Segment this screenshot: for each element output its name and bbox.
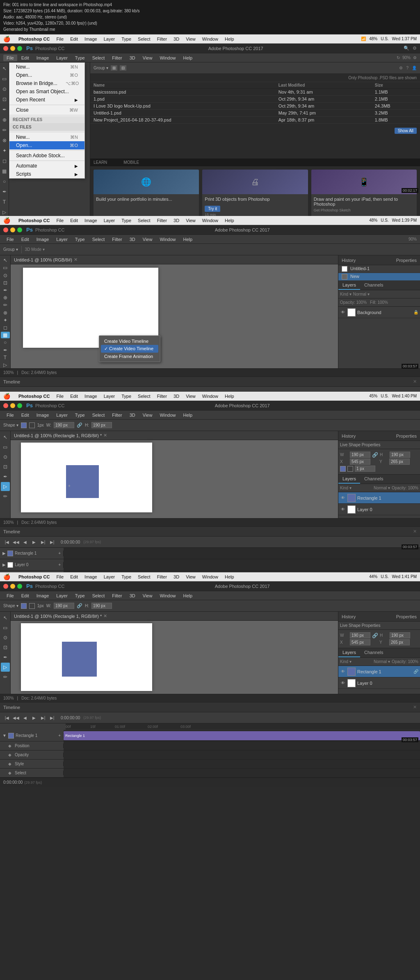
- ps-window-menu-4[interactable]: Window: [156, 592, 179, 599]
- help-menu-2[interactable]: Help: [225, 218, 234, 223]
- tool-crop-2[interactable]: ⊡: [1, 280, 10, 286]
- minimize-button-2[interactable]: [10, 227, 15, 232]
- tool-move[interactable]: ↖: [0, 64, 9, 73]
- tool-move-2[interactable]: ↖: [1, 257, 10, 264]
- edit-menu-2[interactable]: Edit: [70, 218, 78, 223]
- close-button-2[interactable]: [3, 227, 8, 232]
- tool-healing-2[interactable]: ⊕: [1, 294, 10, 301]
- 3d-menu-3[interactable]: 3D: [173, 394, 179, 399]
- tool-select-2[interactable]: ▭: [1, 264, 10, 271]
- tl-expand-rect-4[interactable]: ▼: [2, 733, 7, 738]
- tool-brush-2[interactable]: ✏: [1, 302, 10, 308]
- window-menu-1[interactable]: Window: [202, 37, 218, 41]
- image-menu-1[interactable]: Image: [84, 37, 97, 41]
- arrange-icon-2[interactable]: ⊟: [120, 65, 126, 71]
- popup-create-video[interactable]: Create Video Timeline: [101, 337, 158, 345]
- tool-history-2[interactable]: ✦: [1, 317, 10, 324]
- learn-card-3[interactable]: 📱 Draw and paint on your iPad, then send…: [311, 170, 417, 219]
- image-menu-4[interactable]: Image: [84, 574, 97, 579]
- ps-3d-menu-3[interactable]: 3D: [126, 412, 139, 418]
- w-input-3[interactable]: [54, 422, 74, 428]
- maximize-button-2[interactable]: [17, 227, 22, 232]
- tool-eraser[interactable]: ◻: [0, 156, 9, 165]
- search-icon-1[interactable]: 🔍: [404, 46, 409, 51]
- app-name-2[interactable]: Photoshop CC: [18, 218, 50, 223]
- ps-file-menu-4[interactable]: File: [3, 592, 17, 599]
- minimize-button-4[interactable]: [10, 584, 15, 589]
- tool-healing[interactable]: ⊕: [0, 115, 9, 124]
- app-name-3[interactable]: Photoshop CC: [18, 394, 50, 399]
- ps-filter-menu-3[interactable]: Filter: [109, 412, 125, 418]
- tl-track-add-3[interactable]: +: [58, 551, 61, 555]
- file-menu-4[interactable]: File: [56, 574, 64, 579]
- filter-menu-1[interactable]: Filter: [157, 37, 167, 41]
- ps-view-menu-4[interactable]: View: [139, 592, 156, 599]
- view-menu-2[interactable]: View: [186, 218, 196, 223]
- menu-automate[interactable]: Automate ▶: [9, 162, 84, 170]
- x-prop-input-4[interactable]: [350, 639, 370, 645]
- tl-fwd-frame-4[interactable]: ▶|: [39, 714, 47, 721]
- apple-menu-icon-3[interactable]: 🍎: [3, 393, 10, 399]
- file-menu-3[interactable]: File: [56, 394, 64, 399]
- layer-rect-4[interactable]: 👁 Rectangle 1 🔗: [338, 666, 420, 677]
- menu-open-smart[interactable]: Open as Smart Object...: [9, 87, 84, 96]
- close-doc-2[interactable]: ✕: [74, 257, 78, 262]
- menu-close[interactable]: Close ⌘W: [9, 106, 84, 114]
- tl-back-frame-4[interactable]: ◀: [21, 714, 29, 721]
- group-dropdown-1[interactable]: Group ▾: [94, 66, 108, 70]
- type-menu-3[interactable]: Type: [121, 394, 131, 399]
- tool-dodge[interactable]: ○: [0, 177, 9, 186]
- menu-new-2[interactable]: New... ⌘N: [9, 133, 84, 141]
- maximize-button-1[interactable]: [17, 46, 22, 51]
- tool-lasso-3[interactable]: ⊙: [1, 452, 10, 461]
- tool-eyedrop[interactable]: ✒: [0, 105, 9, 114]
- apple-menu-icon-2[interactable]: 🍎: [3, 217, 10, 224]
- ps-file-menu-2[interactable]: File: [3, 236, 17, 243]
- menu-open[interactable]: Open... ⌘O: [9, 71, 84, 79]
- tl-back-frame-3[interactable]: ◀: [21, 538, 29, 546]
- tool-gradient[interactable]: ▦: [0, 167, 9, 176]
- apple-menu-icon[interactable]: 🍎: [3, 36, 10, 42]
- image-menu-3[interactable]: Image: [84, 394, 97, 399]
- tl-play-4[interactable]: ▶: [30, 714, 38, 721]
- tl-begin-3[interactable]: |◀: [3, 538, 11, 546]
- link-prop-4[interactable]: 🔗: [372, 633, 378, 638]
- file-menu-2[interactable]: File: [56, 218, 64, 223]
- tool-rect-3[interactable]: ▭: [1, 443, 10, 452]
- tl-expand-layer-3[interactable]: ▶: [2, 562, 6, 567]
- tool-select[interactable]: ▭: [0, 74, 9, 83]
- close-button-3[interactable]: [3, 403, 8, 408]
- tab-layers-3[interactable]: Layers: [338, 475, 360, 484]
- ps-image-menu-2[interactable]: Image: [33, 236, 52, 243]
- ps-user-btn-1[interactable]: 👤: [412, 66, 417, 70]
- tab-channels-3[interactable]: Channels: [360, 475, 387, 484]
- ps-window-menu-1[interactable]: Window: [156, 55, 179, 61]
- layer-bg-2[interactable]: 👁 Background 🔒: [338, 307, 420, 318]
- w-prop-input-4[interactable]: [350, 632, 370, 638]
- layer-menu-4[interactable]: Layer: [104, 574, 115, 579]
- link-prop-3[interactable]: 🔗: [372, 452, 378, 458]
- eye-icon-bg-2[interactable]: 👁: [340, 310, 346, 315]
- learn-card-2[interactable]: 🖨 Print 3D objects from Photoshop Try it…: [202, 170, 308, 219]
- tool-shape-3[interactable]: ▷: [1, 482, 10, 491]
- tool-eye-4[interactable]: ✒: [1, 653, 10, 662]
- 3d-menu-4[interactable]: 3D: [173, 574, 179, 579]
- tool-lasso-2[interactable]: ⊙: [1, 272, 10, 278]
- tool-brush-3[interactable]: ✏: [1, 492, 10, 501]
- w-input-4[interactable]: [54, 603, 74, 609]
- ps-help-btn-1[interactable]: ?: [406, 66, 409, 70]
- 3d-menu-1[interactable]: 3D: [173, 37, 179, 41]
- ps-filter-menu-4[interactable]: Filter: [109, 592, 125, 599]
- menu-browse[interactable]: Browse in Bridge... ⌥⌘O: [9, 79, 84, 87]
- tl-expand-rect-3[interactable]: ▶: [2, 551, 6, 555]
- fill-swatch-4[interactable]: [21, 603, 27, 609]
- ps-type-menu-4[interactable]: Type: [72, 592, 88, 599]
- ps-select-menu-3[interactable]: Select: [89, 412, 108, 418]
- type-menu-4[interactable]: Type: [121, 574, 131, 579]
- tl-keyframe-icon-style[interactable]: ◆: [8, 762, 11, 766]
- tool-brush-4[interactable]: ✏: [1, 672, 10, 682]
- tool-clone-2[interactable]: ⊗: [1, 309, 10, 316]
- stroke-width-input-3[interactable]: [355, 466, 375, 472]
- ps-help-menu-2[interactable]: Help: [180, 236, 196, 243]
- tool-lasso-4[interactable]: ⊙: [1, 633, 10, 642]
